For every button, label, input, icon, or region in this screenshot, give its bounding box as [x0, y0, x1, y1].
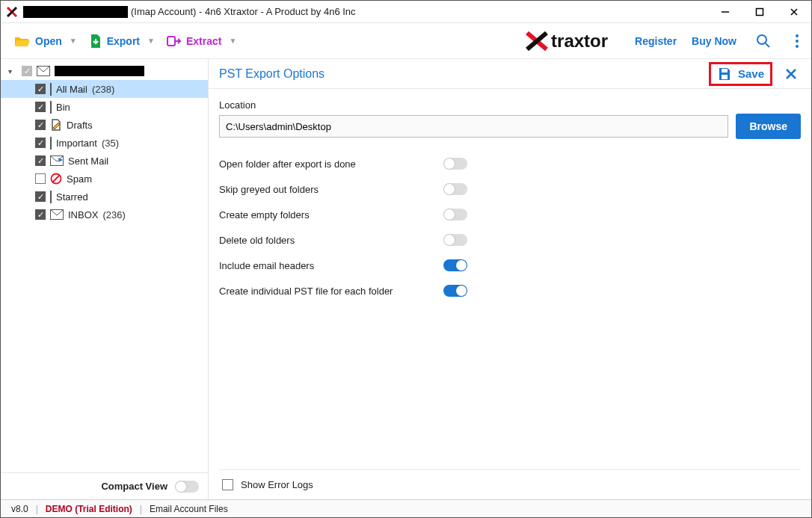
option-row: Skip greyed out folders	[219, 176, 801, 202]
chevron-down-icon: ▼	[70, 37, 77, 45]
option-label: Open folder after export is done	[219, 158, 443, 170]
svg-rect-1	[757, 8, 763, 15]
svg-point-3	[757, 35, 766, 44]
folder-count: (238)	[92, 84, 114, 95]
checkbox[interactable]	[35, 155, 46, 166]
folder-icon	[50, 119, 62, 131]
extract-menu[interactable]: Extract ▼	[161, 31, 242, 51]
tree-item[interactable]: Important (35)	[1, 134, 208, 152]
buy-now-link[interactable]: Buy Now	[692, 35, 736, 47]
extract-icon	[167, 34, 182, 48]
checkbox[interactable]	[35, 191, 46, 202]
option-row: Create empty folders	[219, 202, 801, 227]
svg-rect-2	[167, 37, 175, 46]
register-link[interactable]: Register	[635, 35, 677, 47]
minimize-button[interactable]	[708, 1, 742, 23]
folder-name: Starred	[56, 191, 88, 203]
svg-point-7	[796, 45, 799, 48]
file-export-icon	[89, 34, 102, 49]
option-label: Create individual PST file for each fold…	[219, 286, 443, 297]
svg-line-4	[766, 43, 769, 47]
checkbox[interactable]	[35, 102, 46, 112]
folder-icon	[50, 84, 52, 95]
compact-view-bar: Compact View	[1, 472, 208, 499]
edition-label: DEMO (Trial Edition)	[46, 504, 132, 514]
folder-icon	[50, 191, 52, 203]
option-row: Open folder after export is done	[219, 151, 801, 176]
tree-root-row[interactable]: ▾	[1, 62, 208, 80]
folder-name: Important	[56, 138, 97, 149]
folder-icon	[50, 209, 64, 220]
svg-line-11	[52, 175, 60, 182]
option-row: Create individual PST file for each fold…	[219, 278, 801, 303]
location-label: Location	[219, 99, 801, 111]
checkbox[interactable]	[35, 84, 46, 94]
folder-tree: ▾ All Mail (238)BinDraftsImportant (35)S…	[1, 59, 208, 472]
panel-header: PST Export Options Save	[209, 59, 811, 89]
tree-item[interactable]: INBOX (236)	[1, 206, 208, 223]
checkbox[interactable]	[35, 173, 46, 184]
svg-point-6	[796, 40, 799, 43]
svg-point-5	[796, 34, 799, 37]
checkbox[interactable]	[22, 66, 32, 76]
tree-item[interactable]: Spam	[1, 170, 208, 188]
mode-label: Email Account Files	[150, 504, 228, 514]
status-bar: v8.0 | DEMO (Trial Edition) | Email Acco…	[1, 499, 811, 517]
tree-item[interactable]: Drafts	[1, 116, 208, 134]
folder-name: Sent Mail	[68, 155, 108, 167]
folder-name: Drafts	[67, 120, 93, 131]
option-toggle[interactable]	[443, 285, 467, 297]
compact-view-toggle[interactable]	[175, 481, 199, 493]
show-error-logs-row[interactable]: Show Error Logs	[219, 469, 801, 499]
brand-logo: traxtor	[526, 31, 608, 52]
option-label: Create empty folders	[219, 209, 443, 221]
close-panel-icon[interactable]	[781, 67, 801, 81]
tree-item[interactable]: All Mail (238)	[1, 80, 208, 98]
option-toggle[interactable]	[443, 209, 467, 221]
tree-item[interactable]: Bin	[1, 98, 208, 116]
option-toggle[interactable]	[443, 183, 467, 195]
location-input[interactable]	[219, 115, 728, 138]
folder-name: Spam	[67, 173, 92, 185]
option-label: Include email headers	[219, 260, 443, 271]
search-icon[interactable]	[751, 31, 775, 52]
export-menu[interactable]: Export ▼	[83, 31, 161, 52]
checkbox[interactable]	[222, 479, 233, 490]
maximize-button[interactable]	[742, 1, 777, 23]
browse-button[interactable]: Browse	[736, 114, 801, 139]
close-button[interactable]	[777, 1, 811, 23]
save-button[interactable]: Save	[709, 62, 772, 86]
export-options-panel: PST Export Options Save Location Browse	[209, 59, 811, 499]
folder-icon	[50, 138, 52, 149]
export-label: Export	[107, 35, 140, 47]
option-toggle[interactable]	[443, 234, 467, 246]
option-toggle[interactable]	[443, 158, 467, 170]
save-icon	[717, 67, 732, 81]
checkbox[interactable]	[35, 120, 46, 130]
tree-item[interactable]: Starred	[1, 188, 208, 206]
brand-x-icon	[526, 31, 548, 51]
folder-count: (236)	[102, 209, 125, 221]
extract-label: Extract	[186, 35, 221, 47]
more-menu-icon[interactable]	[790, 31, 804, 52]
toolbar: Open ▼ Export ▼ Extract ▼ traxtor Regist…	[1, 23, 811, 59]
option-toggle[interactable]	[443, 259, 467, 271]
open-label: Open	[35, 35, 62, 47]
show-error-logs-label: Show Error Logs	[241, 479, 313, 490]
app-logo-icon	[5, 5, 19, 19]
titlebar: (Imap Account) - 4n6 Xtraxtor - A Produc…	[1, 1, 811, 23]
checkbox[interactable]	[35, 209, 46, 220]
brand-text: traxtor	[551, 31, 608, 51]
open-menu[interactable]: Open ▼	[8, 31, 83, 51]
save-label: Save	[738, 67, 764, 80]
folder-icon	[50, 102, 52, 113]
window-controls	[708, 1, 811, 23]
folder-count: (35)	[102, 138, 119, 149]
account-name-redacted	[23, 6, 128, 18]
panel-title: PST Export Options	[219, 67, 325, 81]
tree-item[interactable]: Sent Mail	[1, 152, 208, 170]
collapse-icon[interactable]: ▾	[8, 67, 17, 75]
account-name-redacted	[55, 66, 144, 76]
chevron-down-icon: ▼	[147, 37, 155, 45]
checkbox[interactable]	[35, 138, 46, 148]
